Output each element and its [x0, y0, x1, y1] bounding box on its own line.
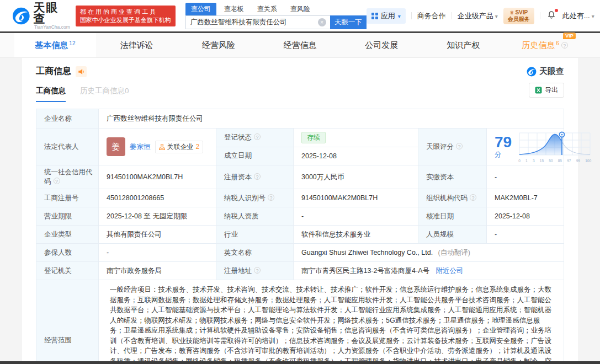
table-row: 企业类型 其他有限责任公司 行业 软件和信息技术服务业 人员规模 - — [36, 226, 564, 244]
paid-capital-label: 实缴资本 — [418, 165, 487, 189]
table-row: 经营范围 一般经营项目：技术服务、技术开发、技术咨询、技术交流、技术转让、技术推… — [36, 280, 564, 362]
help-icon[interactable] — [254, 173, 261, 180]
nearby-companies-link[interactable]: 附近公司 — [436, 267, 463, 275]
apps-grid-icon — [371, 13, 378, 19]
business-cooperation-link[interactable]: 商务合作 — [417, 11, 446, 21]
footer-bar — [0, 361, 600, 364]
taxpayer-quality-label: 纳税人资质 — [216, 207, 294, 226]
english-name-note: (自动翻译) — [438, 249, 470, 256]
svip-sublabel: 会员服务 — [508, 16, 530, 23]
english-name-label: 英文名称 — [216, 244, 294, 262]
tab-legal-proceedings[interactable]: 法律诉讼 — [96, 33, 178, 57]
reg-address-value: 南宁市青秀区民主路13-2号富港商厦4-A号 — [301, 267, 429, 275]
insured-count-value: - — [99, 244, 216, 262]
watermark-label: 天眼查 — [539, 66, 564, 77]
reg-number-label: 工商注册号 — [36, 189, 99, 207]
search-tab-relation[interactable]: 查关系 — [252, 3, 283, 15]
card-tabs: 工商信息 历史工商信息0 导出 — [36, 86, 564, 102]
avatar[interactable]: 姜 — [107, 137, 125, 156]
tab-basic-info[interactable]: 基本信息 12 — [14, 33, 96, 57]
search-input[interactable] — [185, 15, 330, 29]
main-content: 工商信息 天眼查 工商信息 历史工商信息0 — [0, 58, 600, 361]
business-term-value: 2025-12-08 至 无固定期限 — [99, 207, 216, 226]
apps-menu[interactable]: 应用 — [367, 8, 406, 24]
business-scope-value: 一般经营项目：技术服务、技术开发、技术咨询、技术交流、技术转让、技术推广；软件开… — [99, 280, 564, 362]
approval-date-value: 2025-12-08 — [487, 207, 564, 226]
taxpayer-id-label: 纳税人识别号 — [216, 189, 294, 207]
help-icon[interactable] — [470, 194, 476, 201]
legal-rep-name-link[interactable]: 姜家恒 — [130, 142, 151, 152]
insured-count-label: 参保人数 — [36, 244, 99, 262]
table-row: 营业期限 2025-12-08 至 无固定期限 纳税人资质 - 核准日期 202… — [36, 207, 564, 226]
score-axis-labels: 01 315 5085 9799 100 — [518, 159, 591, 163]
tab-history-info[interactable]: VIP 历史信息 6 — [504, 33, 586, 57]
table-row: 统一社会信用代码 91450100MAK2M0BL7H 注册资本 3000万人民… — [36, 165, 564, 189]
tab-basic-info-label: 基本信息 — [35, 40, 68, 51]
search-tab-risk[interactable]: 查风险 — [285, 3, 316, 15]
approval-date-label: 核准日期 — [418, 207, 487, 226]
tab-basic-info-count: 12 — [69, 40, 75, 46]
reg-status-label: 登记状态 — [216, 129, 294, 147]
reg-authority-label: 登记机关 — [36, 262, 99, 280]
help-icon[interactable] — [456, 143, 463, 149]
related-companies-badge[interactable]: 关联企业 2 — [155, 141, 204, 153]
divider — [411, 12, 412, 19]
search-tab-boss[interactable]: 查老板 — [219, 3, 249, 15]
user-menu[interactable]: 此处有... — [562, 11, 594, 21]
score-distribution-chart: 01 315 5085 9799 100 — [518, 131, 591, 163]
tianyancha-logo-icon — [12, 7, 30, 25]
divider — [452, 12, 452, 19]
search-button[interactable]: 天眼一下 — [330, 15, 367, 29]
tab-business-registration[interactable]: 工商信息 — [36, 86, 66, 102]
top-right-menu: 应用 商务合作 企业级产品 ♛ SVIP 会员服务 — [367, 8, 594, 24]
search-tab-company[interactable]: 查公司 — [185, 3, 216, 15]
credit-code-value: 91450100MAK2M0BL7H — [99, 165, 216, 189]
tab-intellectual-property[interactable]: 知识产权 — [422, 33, 504, 57]
help-icon[interactable] — [254, 133, 261, 140]
tianyancha-logo[interactable]: 天眼查 TianYanCha.com — [12, 2, 70, 30]
reg-authority-value: 南宁市政务服务局 — [99, 262, 216, 280]
svip-membership-button[interactable]: ♛ SVIP 会员服务 — [503, 8, 534, 24]
reg-address-label: 注册地址 — [216, 262, 294, 280]
user-label: 此处有... — [562, 11, 590, 21]
announcement-icon[interactable] — [76, 66, 87, 77]
help-icon[interactable] — [268, 194, 274, 201]
vip-badge: VIP — [563, 33, 576, 39]
table-row: 法定代表人 姜 姜家恒 — [36, 129, 564, 147]
establish-date-label: 成立日期 — [216, 147, 294, 165]
org-chart-icon — [159, 144, 165, 150]
help-icon[interactable] — [561, 42, 568, 49]
score-marker-icon — [560, 132, 565, 137]
table-row: 参保人数 - 英文名称 Guangxi Shusi Zhiwei Technol… — [36, 244, 564, 262]
reg-capital-value: 3000万人民币 — [294, 165, 418, 189]
related-companies-count: 2 — [196, 143, 200, 151]
table-row: 企业名称 广西数丝智维科技有限责任公司 — [36, 109, 564, 129]
tab-operational-risk[interactable]: 经营风险 — [178, 33, 259, 57]
export-button[interactable]: 导出 — [529, 83, 564, 98]
svip-label: SVIP — [515, 9, 528, 16]
tab-history-business-registration[interactable]: 历史工商信息0 — [80, 86, 129, 102]
taxpayer-id-value: 91450100MAK2M0BL7H — [294, 189, 418, 207]
score-value: 79 — [495, 133, 512, 151]
business-info-table: 企业名称 广西数丝智维科技有限责任公司 法定代表人 姜 姜家恒 — [36, 109, 564, 361]
company-name-label: 企业名称 — [36, 109, 99, 129]
notification-bell-icon[interactable] — [546, 9, 557, 23]
top-bar: 天眼查 TianYanCha.com 都 在 用 的 商 业 查 询 工 具 国… — [0, 0, 600, 31]
establish-date-value: 2025-12-08 — [294, 147, 418, 165]
help-icon[interactable] — [254, 267, 261, 274]
clear-icon[interactable]: × — [318, 18, 326, 26]
tab-company-development[interactable]: 公司发展 — [341, 33, 422, 57]
score-label: 天眼评分 — [418, 129, 487, 165]
tab-business-information[interactable]: 经营信息 — [259, 33, 341, 57]
help-icon[interactable] — [54, 178, 60, 184]
promo-banner: 都 在 用 的 商 业 查 询 工 具 国家中小企业发展子基金旗下机构 — [76, 6, 176, 26]
excel-icon — [535, 87, 542, 94]
legal-rep-label: 法定代表人 — [36, 129, 99, 165]
company-nav-tabs: 基本信息 12 法律诉讼 经营风险 经营信息 公司发展 知识产权 VIP 历史信… — [0, 33, 600, 58]
enterprise-products-menu[interactable]: 企业级产品 — [458, 11, 498, 21]
reg-address-cell: 南宁市青秀区民主路13-2号富港商厦4-A号 附近公司 — [294, 262, 564, 280]
logo-domain: TianYanCha.com — [34, 24, 70, 30]
search-tabs: 查公司 查老板 查关系 查风险 — [185, 3, 367, 15]
search-area: 查公司 查老板 查关系 查风险 × 天眼一下 — [185, 3, 367, 29]
section-title: 工商信息 — [36, 66, 71, 77]
